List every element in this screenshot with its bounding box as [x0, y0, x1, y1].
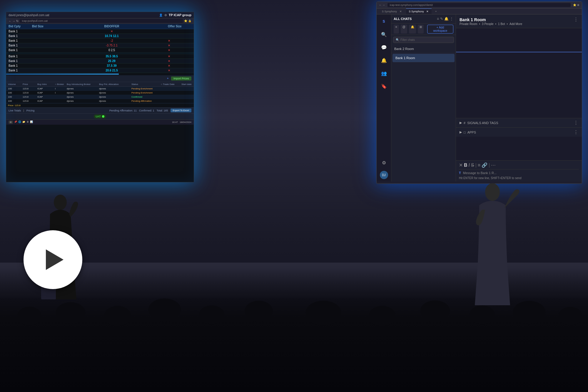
apps-icon: □ — [464, 131, 466, 134]
link-icon[interactable]: 🔗 — [482, 162, 487, 168]
svg-point-0 — [54, 195, 67, 210]
chat-toolbar-row: ≡ @ 🔔 ⊞ + Add workspace — [391, 24, 456, 35]
uat-bar: UAT — [6, 113, 194, 119]
sidebar-settings-icon[interactable]: ⚙ — [379, 158, 389, 167]
url-bar[interactable]: icap-test.symphony.com/apps/client2 — [387, 3, 571, 7]
grid-column-headers: Bid Cpty Bid Size BIDOFFER Offer Size — [6, 24, 194, 29]
trade-table-header: Volume Price Buy Intro ○ Broker Buy Intr… — [6, 82, 194, 87]
sidebar-chat-icon[interactable]: 💬 — [379, 43, 389, 52]
signals-more-icon[interactable]: ⋮ — [574, 120, 578, 126]
strike-icon[interactable]: S — [471, 163, 474, 168]
settings-icon[interactable]: ⚙ — [164, 14, 167, 17]
room-title: Bank 1 Room — [460, 17, 486, 22]
user-email: david.jones@ipushpull.com.uat — [9, 14, 49, 17]
user-icon[interactable]: 👤 — [159, 14, 163, 17]
bottom-status-bar: Live Totals | Pricing Pending Affirmatio… — [6, 107, 194, 113]
apps-header[interactable]: ▶ □ APPS ⋮ — [456, 128, 582, 137]
bold-icon[interactable]: B — [464, 163, 467, 168]
apps-more-icon[interactable]: ⋮ — [574, 129, 578, 135]
chat-list-panel: ALL CHATS ≡ ✎ 🔔 ⋮ ≡ @ 🔔 ⊞ + Add workspac… — [391, 14, 456, 181]
browser-toolbar: ← → ↻ icap-pushpull.com.uat ⭐ 🔒 — [6, 18, 194, 24]
message-placeholder: Message to Bank 1 R... — [463, 171, 497, 175]
message-input-area: ✕ B I S | ≡ 🔗 | ⋯ T Message to Bank 1 R.… — [456, 160, 582, 181]
browser-tab[interactable]: S Symphony ✕ — [379, 9, 405, 14]
trading-screen-header: david.jones@ipushpull.com.uat 👤 ⚙ TP ICA… — [6, 12, 194, 18]
grid-row: Bank 1 -2 ✕ — [6, 39, 194, 43]
message-text-input[interactable]: T Message to Bank 1 R... — [459, 169, 579, 176]
pending-affirmation-count: Pending Affirmation: 11 — [109, 109, 137, 112]
confirmed-count: Confirmed: 1 — [139, 109, 154, 112]
add-workspace-button[interactable]: + Add workspace — [427, 25, 453, 34]
taskbar-date: 18/04/2024 — [180, 121, 191, 124]
browser-tab-active[interactable]: S Symphony ✕ — [406, 9, 432, 14]
grid-row: Bank 1 20.6 21.5 ✕ — [6, 68, 194, 73]
chat-main-area: Bank 1 Room ⋮ Private Room • 3 People • … — [456, 14, 582, 181]
new-tab-button[interactable]: + — [433, 9, 439, 14]
browser-tabs: S Symphony ✕ S Symphony ✕ + — [377, 9, 582, 14]
room-type: Private Room — [460, 22, 477, 26]
signals-hash-icon: # — [464, 121, 465, 125]
grid-row: Bank 1 ✕ — [6, 29, 194, 34]
sidebar-bell-icon[interactable]: 🔔 — [379, 56, 389, 65]
cursor-line — [456, 52, 582, 52]
separator2: | — [489, 163, 490, 168]
divider-blue — [6, 74, 119, 75]
filter-search-icon: 🔍 — [396, 38, 399, 41]
grid-row: Bank 1 0 2.5 ✕ — [6, 48, 194, 53]
trade-row: 100 115.8 ICAP I djones djones Pending E… — [6, 87, 194, 91]
col-bid-size: Bid Size — [32, 25, 56, 28]
italic-icon[interactable]: I — [469, 163, 470, 168]
chat-list-header: ALL CHATS ≡ ✎ 🔔 ⋮ — [391, 14, 456, 24]
sidebar-avatar[interactable]: DJ — [380, 171, 388, 179]
bot-count: 1 Bot — [498, 22, 505, 26]
add-more-link[interactable]: Add More — [510, 22, 522, 26]
grid-icon[interactable]: ⊞ — [418, 25, 424, 34]
export-to-excel-button[interactable]: Export To Excel — [171, 109, 191, 112]
chat-room-bank1[interactable]: Bank 1 Room — [392, 54, 455, 62]
list-view-icon[interactable]: ≡ — [437, 17, 439, 21]
signals-and-tags-section: ▶ # SIGNALS AND TAGS ⋮ ▶ □ APPS — [456, 118, 582, 137]
branding: TP ICAP group — [169, 13, 191, 17]
format-more-icon[interactable]: ≡ — [478, 163, 480, 168]
import-prices-bar: + Import Prices — [6, 75, 194, 82]
taskbar-left: ⊞ 📌 🌐 📁 🖥 📊 16:47 18/04/2024 — [6, 119, 194, 125]
sidebar-bookmark-icon[interactable]: 🔖 — [379, 81, 389, 91]
play-button[interactable] — [24, 230, 82, 289]
signals-header[interactable]: ▶ # SIGNALS AND TAGS ⋮ — [456, 118, 582, 127]
apps-section: ▶ □ APPS ⋮ — [456, 127, 582, 137]
more-icon[interactable]: ⋮ — [450, 17, 453, 21]
price-footer: Price: 115.8 — [6, 103, 194, 107]
uat-status-dot — [102, 115, 104, 118]
list-icon[interactable]: ≡ — [394, 25, 399, 34]
filter-icon[interactable]: 🔔 — [444, 17, 449, 21]
uat-badge: UAT — [94, 114, 106, 119]
total-count: Total: 165 — [157, 109, 168, 112]
apps-expand-icon: ▶ — [460, 130, 462, 134]
sidebar-search-icon[interactable]: 🔍 — [379, 30, 389, 39]
live-totals-label: Live Totals — [9, 109, 21, 112]
trade-row: 100 115.8 ICAP djones djones Confirmed — [6, 95, 194, 99]
at-icon[interactable]: @ — [401, 25, 407, 34]
symphony-sidebar: S 🔍 💬 🔔 👥 🔖 ⚙ DJ — [377, 14, 391, 181]
sidebar-people-icon[interactable]: 👥 — [379, 69, 389, 78]
more-format-icon[interactable]: ⋯ — [491, 162, 496, 168]
trading-grid: Bank 1 ✕ Bank 1 10.74 12.1 Bank 1 -2 ✕ B… — [6, 29, 194, 73]
room-more-icon[interactable]: ⋮ — [574, 17, 578, 22]
bell-icon[interactable]: 🔔 — [409, 25, 416, 34]
browser-chrome: ← → icap-test.symphony.com/apps/client2 … — [377, 2, 582, 9]
close-format-icon[interactable]: ✕ — [459, 162, 463, 168]
all-chats-label: ALL CHATS — [394, 17, 412, 21]
chat-room-bank2[interactable]: Bank 2 Room — [391, 45, 456, 53]
trade-row: 100 115.8 ICAP djones djones Pending Aff… — [6, 99, 194, 103]
presenter-right — [463, 182, 513, 299]
import-prices-button[interactable]: Import Prices — [171, 76, 191, 81]
right-symphony-screen: ← → icap-test.symphony.com/apps/client2 … — [376, 1, 582, 184]
compose-icon[interactable]: ✎ — [440, 17, 443, 21]
col-bid-cpty: Bid Cpty — [9, 25, 32, 28]
grid-row: Bank 1 37.5 39 ✕ — [6, 64, 194, 68]
col-bidoffer: BIDOFFER — [56, 25, 168, 28]
filter-chats-input[interactable]: 🔍 Filter chats — [393, 37, 454, 43]
room-subtitle: Private Room • 3 People • 1 Bot • Add Mo… — [460, 22, 578, 26]
grid-row: Bank 1 35.5 38.5 ✕ — [6, 54, 194, 59]
message-format-toolbar: ✕ B I S | ≡ 🔗 | ⋯ — [459, 162, 579, 169]
